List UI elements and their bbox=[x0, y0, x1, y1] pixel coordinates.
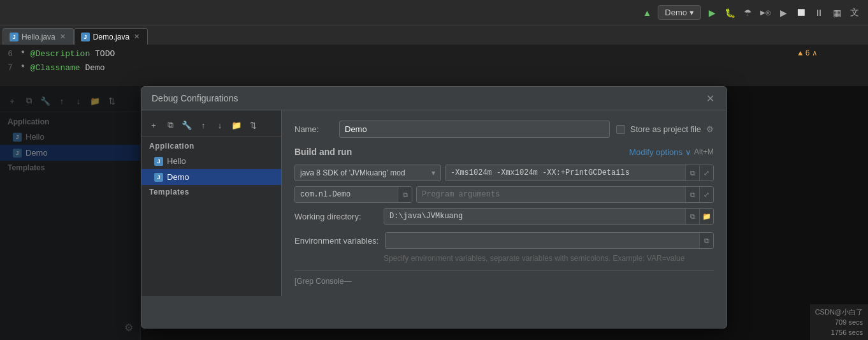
stop-icon[interactable]: ⬜ bbox=[794, 6, 808, 20]
tab-demo-close[interactable]: ✕ bbox=[133, 32, 141, 41]
dialog-close-button[interactable]: ✕ bbox=[704, 92, 716, 105]
layout-icon[interactable]: ▦ bbox=[830, 6, 844, 20]
dialog-overlay: Debug Configurations ✕ + ⧉ 🔧 ↑ ↓ 📁 ⇅ App… bbox=[0, 86, 868, 340]
editor-area: 6 7 * @Description TODO * @Classname Dem… bbox=[0, 45, 868, 86]
main-class-row: ⧉ ⧉ ⤢ bbox=[294, 186, 714, 203]
dlg-folder-btn[interactable]: 📁 bbox=[229, 118, 243, 132]
main-class-copy-btn[interactable]: ⧉ bbox=[398, 187, 412, 202]
run-with-coverage-icon[interactable]: ▶◎ bbox=[758, 6, 772, 20]
dlg-sidebar-templates: Templates bbox=[141, 185, 281, 199]
sdk-vm-row: java 8 SDK of 'JVMkuang' mod ▾ ⧉ ⤢ bbox=[294, 165, 714, 181]
tab-hello-java[interactable]: J Hello.java ✕ bbox=[3, 28, 74, 45]
status-time1: 709 secs bbox=[815, 317, 863, 327]
store-gear-icon[interactable]: ⚙ bbox=[706, 124, 714, 134]
working-dir-row: Working directory: ⧉ 📁 bbox=[294, 208, 714, 225]
run-config-label: Demo bbox=[665, 8, 687, 17]
grep-console-section: [Grep Console— bbox=[294, 270, 714, 286]
modify-options-chevron: ∨ bbox=[685, 147, 691, 157]
store-project-label: Store as project file bbox=[630, 124, 701, 134]
dlg-down-btn[interactable]: ↓ bbox=[213, 118, 227, 132]
dlg-copy-btn[interactable]: ⧉ bbox=[163, 118, 177, 132]
vm-options-copy-btn[interactable]: ⧉ bbox=[685, 165, 699, 181]
dlg-sidebar-application: Application bbox=[141, 139, 281, 153]
working-dir-copy-btn[interactable]: ⧉ bbox=[685, 209, 699, 224]
name-input[interactable] bbox=[339, 121, 610, 138]
store-project-checkbox[interactable] bbox=[616, 125, 625, 134]
program-args-expand-btn[interactable]: ⤢ bbox=[699, 187, 713, 202]
classname-annotation: @Classname bbox=[31, 63, 80, 73]
env-vars-copy-btn[interactable]: ⧉ bbox=[699, 233, 713, 248]
main-class-group: ⧉ bbox=[294, 186, 412, 203]
env-vars-input[interactable] bbox=[386, 233, 699, 248]
working-dir-browse-btn[interactable]: 📁 bbox=[699, 209, 713, 224]
store-project-row: Store as project file ⚙ bbox=[616, 124, 714, 134]
dlg-up-btn[interactable]: ↑ bbox=[196, 118, 210, 132]
run-icon[interactable]: ▶ bbox=[705, 6, 719, 20]
dlg-hello-icon: J bbox=[154, 157, 163, 166]
build-icon[interactable]: ▲ bbox=[640, 6, 654, 20]
debug-icon[interactable]: 🐛 bbox=[723, 6, 737, 20]
code-line-7: * @Classname Demo bbox=[20, 61, 863, 75]
pause-icon[interactable]: ⏸ bbox=[812, 6, 826, 20]
env-vars-group: ⧉ bbox=[385, 232, 714, 249]
dlg-demo-label: Demo bbox=[167, 172, 189, 182]
line-numbers: 6 7 bbox=[5, 47, 20, 84]
warning-count: 6 bbox=[806, 49, 810, 58]
working-dir-input[interactable] bbox=[384, 209, 685, 224]
vm-options-input[interactable] bbox=[445, 165, 685, 181]
coverage-icon[interactable]: ☂ bbox=[741, 6, 755, 20]
watermark: CSDN@小白了 bbox=[815, 307, 863, 317]
name-label: Name: bbox=[294, 124, 333, 134]
build-run-header: Build and run Modify options ∨ Alt+M bbox=[294, 147, 714, 157]
warning-badge: ▲ 6 ∧ bbox=[798, 48, 817, 58]
warning-icon: ▲ bbox=[798, 49, 802, 58]
name-row: Name: Store as project file ⚙ bbox=[294, 121, 714, 138]
program-args-copy-btn[interactable]: ⧉ bbox=[685, 187, 699, 202]
tab-hello-label: Hello.java bbox=[22, 33, 55, 41]
hello-java-icon: J bbox=[10, 33, 18, 41]
play2-icon[interactable]: ▶ bbox=[776, 6, 790, 20]
vm-options-group: ⧉ ⤢ bbox=[445, 165, 714, 181]
build-run-title: Build and run bbox=[294, 147, 352, 157]
tab-demo-java[interactable]: J Demo.java ✕ bbox=[74, 28, 148, 45]
run-config-button[interactable]: Demo ▾ bbox=[658, 5, 701, 20]
top-toolbar: ▲ Demo ▾ ▶ 🐛 ☂ ▶◎ ▶ ⬜ ⏸ ▦ 文 bbox=[0, 0, 868, 26]
description-annotation: @Description bbox=[31, 49, 90, 59]
tab-hello-close[interactable]: ✕ bbox=[59, 32, 67, 41]
dlg-sidebar-hello[interactable]: J Hello bbox=[141, 153, 281, 169]
program-args-input[interactable] bbox=[417, 187, 685, 202]
status-time2: 1756 secs bbox=[815, 327, 863, 337]
tab-demo-label: Demo.java bbox=[93, 33, 129, 41]
vm-options-expand-btn[interactable]: ⤢ bbox=[699, 165, 713, 181]
modify-options-button[interactable]: Modify options ∨ Alt+M bbox=[629, 147, 714, 157]
dialog-title-bar: Debug Configurations ✕ bbox=[141, 87, 727, 110]
dlg-hello-label: Hello bbox=[167, 156, 186, 166]
dlg-sort-btn[interactable]: ⇅ bbox=[246, 118, 260, 132]
dlg-demo-icon: J bbox=[154, 173, 163, 182]
warning-chevron: ∧ bbox=[813, 48, 817, 58]
sdk-selector[interactable]: java 8 SDK of 'JVMkuang' mod ▾ bbox=[294, 165, 441, 181]
env-vars-row: Environment variables: ⧉ bbox=[294, 232, 714, 249]
run-config-arrow: ▾ bbox=[690, 8, 694, 17]
dialog-panel: Name: Store as project file ⚙ Build and … bbox=[282, 110, 727, 296]
working-dir-label: Working directory: bbox=[294, 212, 377, 221]
dialog-title: Debug Configurations bbox=[152, 93, 238, 103]
sdk-label: java 8 SDK of 'JVMkuang' mod bbox=[300, 168, 405, 177]
demo-java-icon: J bbox=[81, 33, 90, 41]
dialog-sidebar-toolbar: + ⧉ 🔧 ↑ ↓ 📁 ⇅ bbox=[141, 115, 281, 137]
dialog-sidebar: + ⧉ 🔧 ↑ ↓ 📁 ⇅ Application J Hello J bbox=[141, 110, 282, 296]
main-class-input[interactable] bbox=[295, 187, 398, 202]
sdk-arrow-icon: ▾ bbox=[431, 168, 435, 177]
modify-options-shortcut: Alt+M bbox=[694, 147, 714, 156]
program-args-group: ⧉ ⤢ bbox=[416, 186, 714, 203]
env-vars-label: Environment variables: bbox=[294, 236, 379, 246]
dlg-settings-btn[interactable]: 🔧 bbox=[180, 118, 194, 132]
dlg-new-btn[interactable]: + bbox=[147, 118, 161, 132]
dlg-sidebar-demo[interactable]: J Demo bbox=[141, 169, 281, 185]
modify-options-label: Modify options bbox=[629, 147, 683, 157]
translate-icon[interactable]: 文 bbox=[848, 6, 862, 20]
debug-configurations-dialog: Debug Configurations ✕ + ⧉ 🔧 ↑ ↓ 📁 ⇅ App… bbox=[141, 86, 727, 329]
grep-console-label: [Grep Console— bbox=[294, 277, 351, 286]
dialog-body: + ⧉ 🔧 ↑ ↓ 📁 ⇅ Application J Hello J bbox=[141, 110, 727, 296]
status-bar: CSDN@小白了 709 secs 1756 secs bbox=[810, 304, 868, 340]
